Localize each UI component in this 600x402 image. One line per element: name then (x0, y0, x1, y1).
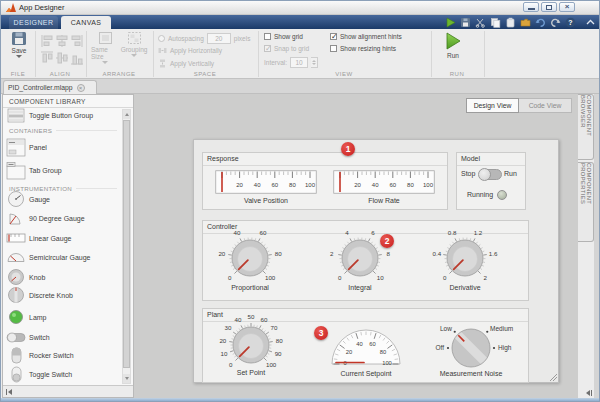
sidebar-scrollbar[interactable] (122, 109, 131, 384)
document-tab-close-icon[interactable] (77, 84, 85, 92)
cut-icon (475, 17, 486, 28)
undo-icon[interactable] (535, 17, 546, 28)
resize-grip-icon[interactable] (549, 373, 557, 381)
collapse-ribbon-icon[interactable] (585, 17, 596, 28)
autospacing-control: Autospacing 20 pixels (158, 33, 250, 44)
app-design-surface[interactable]: Response 20406080100 Valve Position 2040… (193, 139, 559, 383)
svg-text:40: 40 (356, 341, 362, 347)
derivative-label: Derivative (417, 284, 513, 291)
sidebar-item-panel[interactable]: Panel (3, 135, 121, 159)
svg-text:1.6: 1.6 (489, 250, 498, 257)
close-icon: × (565, 3, 570, 11)
plant-panel[interactable]: Plant 0102030405060708090100 Set Point 0… (202, 308, 529, 383)
svg-text:6: 6 (371, 229, 375, 236)
svg-text:20: 20 (218, 250, 225, 257)
sidebar-item-label: Tab Group (29, 167, 62, 174)
apply-horizontally-label: Apply Horizontally (170, 47, 222, 54)
save-icon[interactable] (460, 17, 471, 28)
sidebar-item-toggle-button-group[interactable]: Toggle Button Group (3, 105, 121, 125)
collapse-right-panel-icon[interactable] (586, 390, 592, 396)
svg-text:40: 40 (235, 316, 242, 323)
code-view-button[interactable]: Code View (519, 98, 572, 113)
interval-value-input: 10 (290, 57, 308, 68)
document-tab-bar: PID_Controller.mlapp (1, 79, 599, 94)
integral-knob[interactable]: 0246810 (312, 226, 408, 290)
design-view-button[interactable]: Design View (466, 98, 519, 113)
tab-component-browser[interactable]: COMPONENT BROWSER (578, 94, 594, 160)
scroll-up-icon[interactable] (123, 110, 130, 119)
measurement-noise-knob[interactable]: OffLowMediumHigh (405, 321, 537, 373)
grouping-button: Grouping (120, 31, 148, 57)
sidebar-item-knob[interactable]: Knob (3, 267, 121, 287)
help-icon[interactable]: ? (565, 17, 576, 28)
scrollbar-thumb[interactable] (123, 120, 130, 368)
run-button[interactable]: Run (438, 31, 468, 59)
sidebar-item-linear-gauge[interactable]: Linear Gauge (3, 228, 121, 248)
svg-text:1.2: 1.2 (474, 229, 483, 236)
svg-text:80: 80 (276, 337, 283, 344)
svg-text:50: 50 (248, 313, 255, 320)
flow-rate-gauge[interactable]: 20406080100 (333, 170, 435, 194)
scroll-down-icon[interactable] (123, 374, 130, 383)
tab-canvas[interactable]: CANVAS (61, 16, 111, 29)
running-lamp[interactable] (497, 190, 507, 200)
tab-component-properties[interactable]: COMPONENT PROPERTIES (578, 162, 594, 242)
snap-to-grid-label: Snap to grid (274, 45, 309, 52)
controller-panel[interactable]: Controller 020406080100 Proportional 024… (202, 220, 529, 301)
tab-designer[interactable]: DESIGNER (9, 16, 58, 29)
annotation-badge-2: 2 (380, 234, 394, 248)
sidebar-item-toggle-switch[interactable]: Toggle Switch (3, 364, 121, 384)
svg-text:0: 0 (443, 274, 447, 281)
save-icon (11, 31, 27, 46)
minimize-button[interactable] (523, 2, 539, 12)
sidebar-item-label: Lamp (29, 314, 47, 321)
proportional-label: Proportional (202, 284, 298, 291)
svg-text:70: 70 (271, 324, 278, 331)
panel-icon (3, 138, 29, 157)
svg-text:2: 2 (330, 250, 334, 257)
autospacing-value-input: 20 (207, 33, 231, 44)
svg-text:8: 8 (386, 250, 390, 257)
set-point-knob[interactable]: 0102030405060708090100 (203, 313, 299, 377)
svg-text:90: 90 (275, 350, 282, 357)
alignment-hints-box[interactable] (330, 33, 337, 40)
sidebar-item-switch[interactable]: Switch (3, 327, 121, 347)
sidebar-item-semicircular-gauge[interactable]: Semicircular Gauge (3, 247, 121, 267)
section-label-arrange: ARRANGE (89, 71, 149, 77)
sidebar-item-discrete-knob[interactable]: Discrete Knob (3, 285, 121, 305)
interval-spinner (311, 57, 318, 68)
svg-text:Off: Off (435, 344, 444, 351)
show-alignment-hints-checkbox[interactable]: Show alignment hints (330, 33, 402, 40)
switch-thumb[interactable] (478, 168, 491, 181)
sidebar-item-tab-group[interactable]: Tab Group (3, 158, 121, 182)
svg-text:80: 80 (289, 182, 296, 188)
response-panel[interactable]: Response 20406080100 Valve Position 2040… (202, 152, 448, 210)
run-icon[interactable] (445, 17, 456, 28)
apply-horizontally-icon (158, 46, 167, 55)
collapse-left-panel-icon[interactable] (6, 389, 12, 395)
restore-button[interactable] (541, 2, 557, 12)
sidebar-item-rocker-switch[interactable]: Rocker Switch (3, 345, 121, 365)
show-grid-checkbox[interactable]: Show grid (264, 33, 303, 40)
resizing-hints-box[interactable] (330, 45, 337, 52)
proportional-knob[interactable]: 020406080100 (202, 226, 298, 290)
sidebar-item-lamp[interactable]: Lamp (3, 307, 121, 327)
switch-icon (3, 332, 29, 343)
component-library-panel: COMPONENT LIBRARY Toggle Button Group CO… (2, 94, 134, 398)
valve-position-gauge[interactable]: 20406080100 (215, 170, 317, 194)
show-grid-box[interactable] (264, 33, 271, 40)
window-title: App Designer (19, 3, 64, 12)
show-resizing-hints-checkbox[interactable]: Show resizing hints (330, 45, 396, 52)
sidebar-item-90-degree-gauge[interactable]: 90 Degree Gauge (3, 208, 121, 228)
set-point-label: Set Point (203, 369, 299, 376)
close-button[interactable]: × (559, 2, 575, 12)
model-panel[interactable]: Model Stop Run Running (456, 152, 526, 210)
current-setpoint-gauge[interactable]: 020406080100 (323, 323, 409, 369)
sidebar-item-gauge[interactable]: Gauge (3, 189, 121, 209)
save-button[interactable]: Save (7, 31, 31, 58)
apply-vertically-label: Apply Vertically (170, 60, 214, 67)
derivative-knob[interactable]: 00.40.81.21.62 (417, 226, 513, 290)
folder-icon[interactable] (520, 17, 531, 28)
toggle-switch-icon (3, 366, 29, 383)
document-tab[interactable]: PID_Controller.mlapp (3, 80, 97, 94)
